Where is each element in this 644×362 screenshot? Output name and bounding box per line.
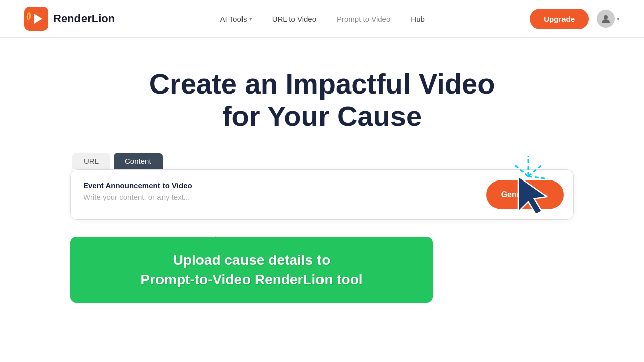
tab-row: URL Content: [70, 153, 574, 169]
user-chevron-icon: ▾: [617, 16, 620, 22]
input-section: URL Content Event Announcement to Video …: [70, 153, 574, 303]
generate-button[interactable]: Generate →: [486, 180, 564, 209]
main-content: Create an Impactful Video for Your Cause…: [0, 38, 644, 303]
upgrade-button[interactable]: Upgrade: [530, 9, 589, 29]
logo-icon: [24, 7, 48, 31]
callout-text: Upload cause details to Prompt-to-Video …: [91, 251, 413, 289]
callout-arrow: [201, 236, 229, 254]
nav-url-to-video[interactable]: URL to Video: [272, 15, 316, 23]
nav-ai-tools[interactable]: AI Tools ▾: [220, 15, 252, 23]
tab-content[interactable]: Content: [114, 153, 163, 169]
arrow-right-icon: →: [540, 189, 549, 200]
nav-links: AI Tools ▾ URL to Video Prompt to Video …: [220, 15, 425, 23]
hero-title: Create an Impactful Video for Your Cause: [149, 68, 495, 133]
input-placeholder-text: Write your content, or any text...: [83, 193, 472, 201]
tab-url[interactable]: URL: [72, 153, 110, 169]
logo[interactable]: RenderLion: [24, 7, 115, 31]
navbar: RenderLion AI Tools ▾ URL to Video Promp…: [0, 0, 644, 38]
nav-prompt-to-video[interactable]: Prompt to Video: [337, 15, 390, 23]
nav-hub[interactable]: Hub: [411, 15, 425, 23]
callout-box: Upload cause details to Prompt-to-Video …: [70, 237, 433, 303]
content-input-box: Event Announcement to Video Write your c…: [70, 169, 574, 220]
logo-text: RenderLion: [53, 12, 115, 25]
user-menu[interactable]: ▾: [597, 10, 620, 28]
callout-container: Upload cause details to Prompt-to-Video …: [70, 237, 574, 303]
svg-point-2: [604, 15, 608, 19]
nav-right: Upgrade ▾: [530, 9, 620, 29]
user-avatar: [597, 10, 615, 28]
input-label: Event Announcement to Video: [83, 181, 472, 190]
chevron-down-icon: ▾: [249, 16, 252, 22]
